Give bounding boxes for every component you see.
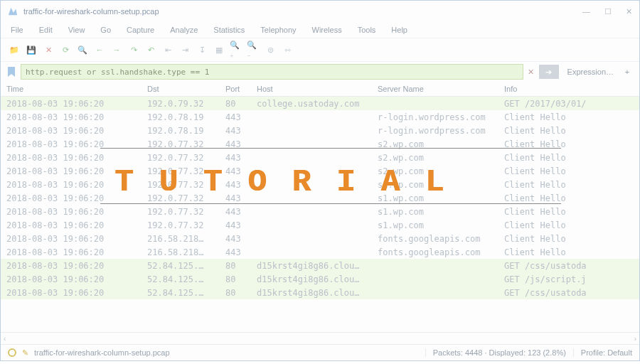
table-row[interactable]: 2018-08-03 19:06:2052.84.125.…80d15krst4… xyxy=(1,286,639,299)
table-row[interactable]: 2018-08-03 19:06:20192.0.77.32443s2.wp.c… xyxy=(1,137,639,151)
toolbar-autoscroll-icon[interactable]: ↧ xyxy=(196,43,208,56)
toolbar-fwd-icon[interactable]: → xyxy=(110,43,123,56)
toolbar-back-icon[interactable]: ← xyxy=(93,43,106,56)
toolbar-colorize-icon[interactable]: ▦ xyxy=(213,43,225,56)
col-server[interactable]: Server Name xyxy=(378,85,504,93)
table-row[interactable]: 2018-08-03 19:06:20192.0.78.19443r-login… xyxy=(1,124,639,137)
col-info[interactable]: Info xyxy=(504,85,639,93)
maximize-button[interactable]: ☐ xyxy=(604,7,612,16)
minimize-button[interactable]: — xyxy=(582,7,590,16)
toolbar-first-icon[interactable]: ⇤ xyxy=(161,43,174,56)
toolbar: 📁 💾 ✕ ⟳ 🔍 ← → ↷ ↶ ⇤ ⇥ ↧ ▦ 🔍₊ 🔍₋ ⊜ ⇿ xyxy=(1,38,639,62)
toolbar-reload-icon[interactable]: ⟳ xyxy=(59,43,72,56)
table-row[interactable]: 2018-08-03 19:06:20192.0.77.32443s1.wp.c… xyxy=(1,218,639,232)
table-row[interactable]: 2018-08-03 19:06:2052.84.125.…80d15krst4… xyxy=(1,259,639,272)
expression-button[interactable]: Expression… xyxy=(563,66,618,77)
toolbar-goto-icon[interactable]: ↶ xyxy=(144,43,157,56)
table-row[interactable]: 2018-08-03 19:06:20216.58.218…443fonts.g… xyxy=(1,245,639,259)
hscrollbar[interactable]: ‹› xyxy=(1,332,639,344)
table-row[interactable]: 2018-08-03 19:06:20192.0.77.32443s2.wp.c… xyxy=(1,164,639,178)
col-host[interactable]: Host xyxy=(257,85,378,93)
close-button[interactable]: ✕ xyxy=(626,7,632,16)
table-row[interactable]: 2018-08-03 19:06:20192.0.77.32443s2.wp.c… xyxy=(1,151,639,164)
toolbar-save-icon[interactable]: 💾 xyxy=(25,43,38,56)
titlebar: traffic-for-wireshark-column-setup.pcap … xyxy=(1,1,639,22)
table-row[interactable]: 2018-08-03 19:06:20192.0.77.32443s1.wp.c… xyxy=(1,205,639,218)
filter-bar: http.request or ssl.handshake.type == 1 … xyxy=(1,62,639,82)
column-header: Time Dst Port Host Server Name Info xyxy=(1,82,639,97)
menu-go[interactable]: Go xyxy=(100,26,111,34)
app-logo-icon xyxy=(8,6,18,16)
toolbar-find-icon[interactable]: 🔍 xyxy=(76,43,89,56)
apply-filter-icon[interactable]: ➔ xyxy=(539,65,559,79)
status-file: traffic-for-wireshark-column-setup.pcap xyxy=(34,348,170,357)
overlay-line-top xyxy=(100,148,561,149)
toolbar-jump-icon[interactable]: ↷ xyxy=(127,43,140,56)
menu-telephony[interactable]: Telephony xyxy=(260,26,296,34)
toolbar-last-icon[interactable]: ⇥ xyxy=(178,43,191,56)
col-dst[interactable]: Dst xyxy=(147,85,225,93)
wireshark-window: traffic-for-wireshark-column-setup.pcap … xyxy=(0,0,640,361)
menu-analyze[interactable]: Analyze xyxy=(170,26,198,34)
menu-help[interactable]: Help xyxy=(391,26,407,34)
clear-filter-icon[interactable]: ✕ xyxy=(525,65,538,78)
menu-capture[interactable]: Capture xyxy=(127,26,154,34)
status-packets: Packets: 4448 · Displayed: 123 (2.8%) xyxy=(425,348,574,357)
menu-edit[interactable]: Edit xyxy=(39,26,53,34)
table-row[interactable]: 2018-08-03 19:06:20192.0.77.32443s2.wp.c… xyxy=(1,178,639,191)
col-time[interactable]: Time xyxy=(6,85,147,93)
status-profile[interactable]: Profile: Default xyxy=(574,348,632,357)
overlay-line-bottom xyxy=(100,203,561,204)
toolbar-zoomout-icon[interactable]: 🔍₋ xyxy=(247,43,260,56)
toolbar-zoomreset-icon[interactable]: ⊜ xyxy=(264,43,277,56)
table-row[interactable]: 2018-08-03 19:06:20192.0.78.19443r-login… xyxy=(1,110,639,124)
toolbar-close-icon[interactable]: ✕ xyxy=(42,43,55,56)
display-filter-input[interactable]: http.request or ssl.handshake.type == 1 xyxy=(21,64,523,80)
menu-statistics[interactable]: Statistics xyxy=(213,26,245,34)
col-port[interactable]: Port xyxy=(225,85,257,93)
add-filter-button[interactable]: + xyxy=(621,68,634,76)
menu-wireless[interactable]: Wireless xyxy=(312,26,342,34)
expert-info-icon[interactable] xyxy=(8,348,16,357)
window-title: traffic-for-wireshark-column-setup.pcap xyxy=(23,7,159,16)
table-row[interactable]: 2018-08-03 19:06:2052.84.125.…80d15krst4… xyxy=(1,272,639,286)
edit-capture-icon[interactable]: ✎ xyxy=(22,348,28,358)
menubar: FileEditViewGoCaptureAnalyzeStatisticsTe… xyxy=(1,22,639,38)
table-row[interactable]: 2018-08-03 19:06:20192.0.79.3280college.… xyxy=(1,97,639,110)
toolbar-resize-icon[interactable]: ⇿ xyxy=(281,43,294,56)
packet-list[interactable]: 2018-08-03 19:06:20192.0.79.3280college.… xyxy=(1,97,639,332)
toolbar-open-icon[interactable]: 📁 xyxy=(8,43,21,56)
toolbar-zoomin-icon[interactable]: 🔍₊ xyxy=(230,43,242,56)
status-bar: ✎ traffic-for-wireshark-column-setup.pca… xyxy=(1,344,639,360)
table-row[interactable]: 2018-08-03 19:06:20216.58.218…443fonts.g… xyxy=(1,232,639,245)
bookmark-icon[interactable] xyxy=(6,65,16,78)
menu-tools[interactable]: Tools xyxy=(358,26,376,34)
menu-view[interactable]: View xyxy=(68,26,85,34)
menu-file[interactable]: File xyxy=(11,26,23,34)
